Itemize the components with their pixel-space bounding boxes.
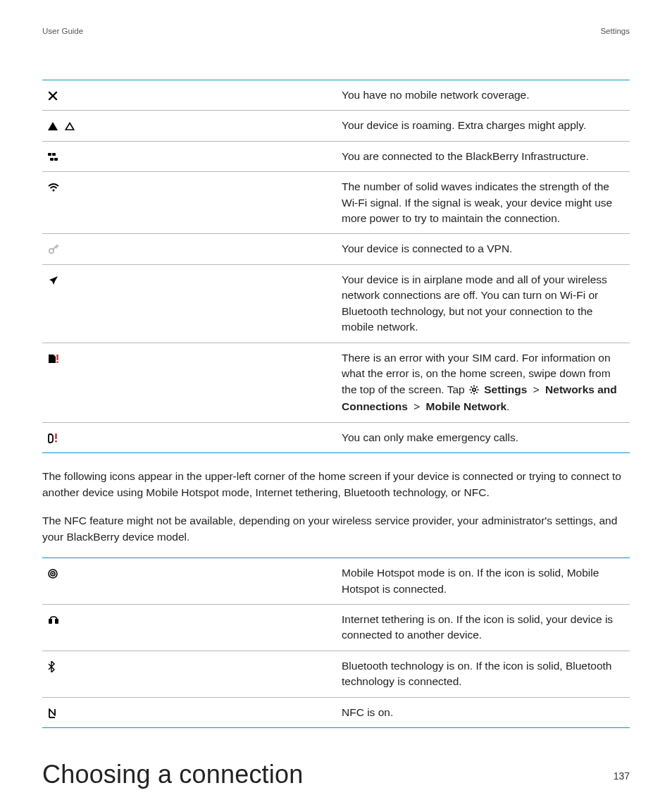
svg-line-14 <box>476 392 477 393</box>
table-row: Your device is connected to a VPN. <box>42 234 630 264</box>
section-heading-choosing-connection: Choosing a connection <box>42 756 630 793</box>
icon-description: Your device is roaming. Extra charges mi… <box>336 111 630 141</box>
mobile-network-label: Mobile Network <box>426 400 507 412</box>
table-row: You can only make emergency calls. <box>42 422 630 452</box>
table-row: Internet tethering is on. If the icon is… <box>42 604 630 651</box>
svg-point-8 <box>473 388 475 391</box>
paragraph-hotspot-intro: The following icons appear in the upper-… <box>42 469 630 500</box>
table-row: You have no mobile network coverage. <box>42 80 630 110</box>
icon-description: Your device is connected to a VPN. <box>336 234 630 264</box>
breadcrumb-separator: > <box>411 400 423 412</box>
icon-description: Bluetooth technology is on. If the icon … <box>336 651 630 697</box>
svg-rect-0 <box>48 153 51 156</box>
settings-gear-icon <box>469 383 479 399</box>
svg-line-13 <box>471 386 471 387</box>
vpn-key-icon <box>48 244 59 255</box>
sim-error-icon <box>48 354 59 364</box>
table-row: NFC is on. <box>42 697 630 727</box>
status-icons-table: You have no mobile network coverage. You… <box>42 80 630 454</box>
wifi-icon <box>48 183 59 192</box>
bluetooth-icon <box>48 661 55 672</box>
svg-rect-7 <box>56 361 58 362</box>
table-row: The number of solid waves indicates the … <box>42 172 630 234</box>
svg-line-16 <box>471 392 471 393</box>
icon-description: Mobile Hotspot mode is on. If the icon i… <box>336 558 630 605</box>
icon-description: The number of solid waves indicates the … <box>336 172 630 234</box>
svg-rect-23 <box>55 619 58 624</box>
emergency-icon <box>48 433 59 443</box>
table-row: Your device is in airplane mode and all … <box>42 264 630 343</box>
tether-icon <box>48 616 59 624</box>
svg-rect-18 <box>55 441 56 442</box>
icon-description: Internet tethering is on. If the icon is… <box>336 604 630 651</box>
icon-description: You can only make emergency calls. <box>336 422 630 452</box>
x-icon <box>48 91 58 101</box>
svg-rect-17 <box>55 433 56 439</box>
paragraph-nfc-note: The NFC feature might not be available, … <box>42 513 630 545</box>
svg-rect-22 <box>49 619 52 624</box>
header-left: User Guide <box>42 25 83 37</box>
page-header: User Guide Settings <box>42 25 630 37</box>
svg-rect-6 <box>56 355 58 360</box>
icon-description: There is an error with your SIM card. Fo… <box>336 343 630 422</box>
bb-infra-icon <box>48 153 59 161</box>
header-right: Settings <box>600 25 630 37</box>
roaming-icon <box>48 122 58 130</box>
svg-rect-3 <box>54 158 58 161</box>
roaming-outline-icon <box>65 122 75 130</box>
table-row: You are connected to the BlackBerry Infr… <box>42 141 630 171</box>
svg-rect-2 <box>50 158 54 161</box>
page-number: 137 <box>614 769 630 783</box>
icon-description: NFC is on. <box>336 697 630 727</box>
settings-label: Settings <box>484 383 527 395</box>
svg-point-21 <box>52 573 54 574</box>
svg-line-15 <box>476 386 477 387</box>
period: . <box>506 400 509 412</box>
connection-icons-table: Mobile Hotspot mode is on. If the icon i… <box>42 557 630 728</box>
table-row: Your device is roaming. Extra charges mi… <box>42 111 630 141</box>
airplane-icon <box>48 275 59 286</box>
svg-point-4 <box>53 189 55 191</box>
table-row: There is an error with your SIM card. Fo… <box>42 343 630 422</box>
icon-description: You have no mobile network coverage. <box>336 80 630 110</box>
icon-description: Your device is in airplane mode and all … <box>336 264 630 343</box>
nfc-icon <box>48 708 56 718</box>
svg-rect-1 <box>52 153 56 156</box>
icon-description: You are connected to the BlackBerry Infr… <box>336 141 630 171</box>
table-row: Bluetooth technology is on. If the icon … <box>42 651 630 697</box>
table-row: Mobile Hotspot mode is on. If the icon i… <box>42 558 630 605</box>
hotspot-icon <box>48 569 58 579</box>
breadcrumb-separator: > <box>530 383 542 395</box>
